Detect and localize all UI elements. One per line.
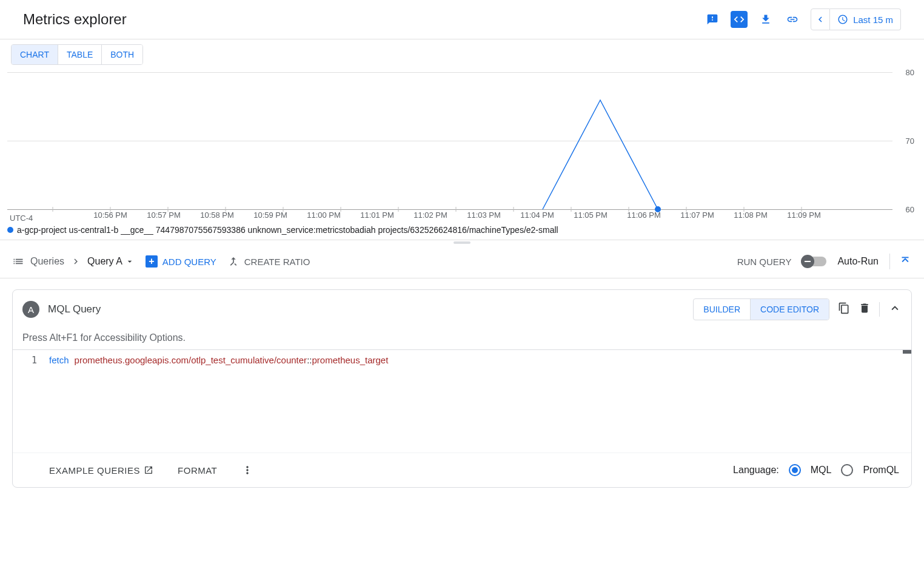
tab-both[interactable]: BOTH [101, 45, 142, 64]
merge-icon [227, 255, 239, 268]
x-axis: 10:56 PM 10:57 PM 10:58 PM 10:59 PM 11:0… [7, 210, 892, 223]
svg-rect-15 [902, 257, 909, 258]
code-content[interactable]: fetch prometheus.googleapis.com/otlp_tes… [43, 350, 911, 453]
more-menu-button[interactable] [241, 464, 253, 476]
editor-mode-toggle: BUILDER CODE EDITOR [693, 298, 829, 320]
time-range-button[interactable]: Last 15 m [830, 8, 901, 30]
radio-promql[interactable] [841, 464, 853, 476]
builder-mode-button[interactable]: BUILDER [694, 299, 750, 320]
time-range-label: Last 15 m [853, 15, 893, 25]
breadcrumb: Queries Query A [12, 255, 135, 268]
run-query-button[interactable]: RUN QUERY [737, 257, 792, 267]
dropdown-icon [125, 257, 135, 266]
example-queries-button[interactable]: EXAMPLE QUERIES [49, 465, 153, 476]
autorun-toggle[interactable] [802, 257, 826, 266]
current-query[interactable]: Query A [87, 256, 135, 267]
query-badge: A [22, 301, 39, 318]
tab-table[interactable]: TABLE [58, 45, 101, 64]
scroll-marker [903, 350, 911, 354]
lang-mql-label: MQL [811, 465, 832, 476]
download-icon[interactable] [757, 11, 774, 28]
tab-chart[interactable]: CHART [12, 45, 58, 64]
legend-color-dot [7, 227, 13, 233]
code-editor-mode-button[interactable]: CODE EDITOR [750, 299, 829, 320]
link-icon[interactable] [784, 11, 801, 28]
language-label: Language: [733, 465, 779, 476]
header-actions: Last 15 m [704, 8, 901, 30]
prev-time-button[interactable] [811, 8, 830, 30]
code-editor[interactable]: 1 fetch prometheus.googleapis.com/otlp_t… [13, 349, 911, 453]
y-axis: 80 70 60 [892, 65, 914, 210]
accessibility-hint: Press Alt+F1 for Accessibility Options. [13, 329, 911, 349]
chart-plot [7, 65, 814, 214]
collapse-panel-icon[interactable] [888, 301, 902, 317]
query-panel: A MQL Query BUILDER CODE EDITOR Press Al… [12, 289, 912, 488]
list-icon [12, 255, 24, 268]
copy-icon[interactable] [838, 302, 850, 317]
format-button[interactable]: FORMAT [178, 465, 217, 476]
lang-promql-label: PromQL [863, 465, 899, 476]
autorun-label: Auto-Run [837, 256, 879, 267]
line-gutter: 1 [13, 350, 43, 453]
plus-icon: + [146, 255, 158, 268]
delete-icon[interactable] [859, 302, 871, 317]
open-external-icon [144, 465, 153, 475]
radio-mql[interactable] [789, 464, 801, 476]
query-panel-title: MQL Query [48, 303, 101, 315]
legend-label: a-gcp-project us-central1-b __gce__ 7447… [17, 225, 558, 235]
add-query-button[interactable]: + ADD QUERY [146, 255, 216, 268]
chevron-right-icon [70, 256, 81, 267]
view-tabs: CHART TABLE BOTH [11, 44, 143, 65]
more-vert-icon [241, 464, 253, 476]
chart[interactable]: 80 70 60 UTC-4 10:56 PM 10:57 PM 10:58 P… [7, 65, 917, 223]
page-title: Metrics explorer [23, 11, 127, 28]
feedback-icon[interactable] [704, 11, 721, 28]
resize-handle[interactable] [0, 240, 924, 245]
collapse-all-button[interactable] [889, 254, 912, 269]
chart-legend[interactable]: a-gcp-project us-central1-b __gce__ 7447… [0, 223, 924, 240]
create-ratio-button[interactable]: CREATE RATIO [227, 255, 310, 268]
code-icon[interactable] [731, 11, 748, 28]
